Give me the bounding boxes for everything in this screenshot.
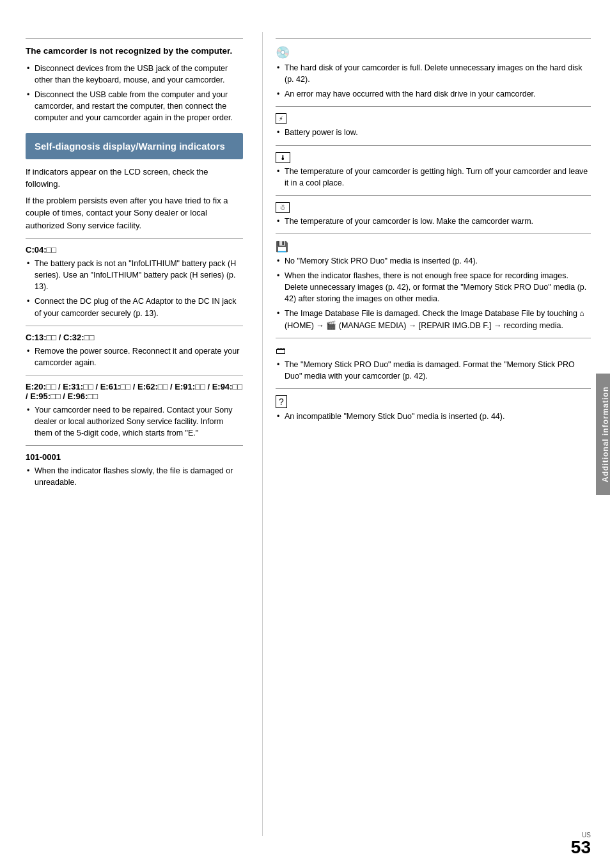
- self-diagnosis-title: Self-diagnosis display/Warning indicator…: [35, 139, 234, 153]
- bullet-ms-3: The Image Database File is damaged. Chec…: [276, 308, 591, 331]
- bullet-c04-2: Connect the DC plug of the AC Adaptor to…: [26, 296, 243, 319]
- divider-c13: [26, 375, 243, 375]
- bullet-harddisk-2: An error may have occurred with the hard…: [276, 88, 591, 100]
- camcorder-bullets: Disconnect devices from the USB jack of …: [26, 63, 243, 124]
- bullet-disconnect-usb: Disconnect the USB cable from the comput…: [26, 89, 243, 123]
- section-temp-low: ☃ The temperature of your camcorder is l…: [276, 202, 591, 227]
- section-temp-high: 🌡 The temperature of your camcorder is g…: [276, 152, 591, 189]
- battery-bullets: Battery power is low.: [276, 127, 591, 138]
- bullet-c04-1: The battery pack is not an "InfoLITHIUM"…: [26, 258, 243, 292]
- harddisk-bullets: The hard disk of your camcorder is full.…: [276, 62, 591, 100]
- section-harddisk: 💿 The hard disk of your camcorder is ful…: [276, 45, 591, 100]
- side-tab-additional-info: Additional information: [596, 374, 610, 495]
- bullet-temp-low-1: The temperature of your camcorder is low…: [276, 216, 591, 227]
- section-memory-stick-damaged: 🗃 The "Memory Stick PRO Duo" media is da…: [276, 345, 591, 382]
- e-codes-bullets: Your camcorder need to be repaired. Cont…: [26, 404, 243, 439]
- 101-bullets: When the indicator flashes slowly, the f…: [26, 465, 243, 488]
- section-e-codes: E:20:□□ / E:31:□□ / E:61:□□ / E:62:□□ / …: [26, 382, 243, 439]
- c04-bullets: The battery pack is not an "InfoLITHIUM"…: [26, 258, 243, 319]
- intro-line2: If the problem persists even after you h…: [26, 194, 243, 232]
- bullet-ms-2: When the indicator flashes, there is not…: [276, 270, 591, 304]
- divider-after-intro: [26, 238, 243, 239]
- divider-memory-damaged: [276, 388, 591, 389]
- hard-disk-icon: 💿: [276, 45, 591, 59]
- top-divider-right: [276, 38, 591, 39]
- divider-temp-low: [276, 233, 591, 234]
- bullet-disconnect-devices: Disconnect devices from the USB jack of …: [26, 63, 243, 86]
- section-camcorder-not-recognized: The camcorder is not recognized by the c…: [26, 45, 243, 124]
- section-title-camcorder: The camcorder is not recognized by the c…: [26, 45, 243, 58]
- indicator-c04: C:04:□□: [26, 245, 243, 255]
- indicator-e-codes: E:20:□□ / E:31:□□ / E:61:□□ / E:62:□□ / …: [26, 382, 243, 401]
- bullet-temp-high-1: The temperature of your camcorder is get…: [276, 166, 591, 189]
- section-c13-c32: C:13:□□ / C:32:□□ Remove the power sourc…: [26, 333, 243, 368]
- temp-low-bullets: The temperature of your camcorder is low…: [276, 216, 591, 227]
- incompatible-icon: ?: [276, 395, 287, 408]
- divider-c04: [26, 326, 243, 326]
- section-incompatible: ? An incompatible "Memory Stick Duo" med…: [276, 395, 591, 422]
- left-column: The camcorder is not recognized by the c…: [26, 32, 262, 836]
- top-divider-left: [26, 38, 243, 39]
- bullet-e-codes-1: Your camcorder need to be repaired. Cont…: [26, 404, 243, 439]
- section-battery: ⚡ Battery power is low.: [276, 113, 591, 138]
- divider-memory-stick: [276, 338, 591, 338]
- intro-line1: If indicators appear on the LCD screen, …: [26, 166, 243, 191]
- divider-harddisk: [276, 106, 591, 107]
- page-number-area: US 53: [571, 832, 591, 856]
- battery-low-icon: ⚡: [276, 113, 286, 124]
- indicator-101: 101-0001: [26, 452, 243, 462]
- section-101: 101-0001 When the indicator flashes slow…: [26, 452, 243, 488]
- memory-stick-icon: 💾: [276, 241, 288, 253]
- bullet-ms-1: No "Memory Stick PRO Duo" media is inser…: [276, 255, 591, 267]
- section-memory-stick: 💾 No "Memory Stick PRO Duo" media is ins…: [276, 241, 591, 331]
- memory-stick-damaged-icon: 🗃: [276, 345, 286, 356]
- section-c04: C:04:□□ The battery pack is not an "Info…: [26, 245, 243, 319]
- self-diagnosis-box: Self-diagnosis display/Warning indicator…: [26, 133, 243, 159]
- memory-stick-damaged-bullets: The "Memory Stick PRO Duo" media is dama…: [276, 359, 591, 382]
- bullet-incompatible-1: An incompatible "Memory Stick Duo" media…: [276, 411, 591, 422]
- divider-temp-high: [276, 195, 591, 196]
- temp-low-icon: ☃: [276, 202, 290, 213]
- divider-battery: [276, 145, 591, 146]
- bullet-101-1: When the indicator flashes slowly, the f…: [26, 465, 243, 488]
- bullet-c13-1: Remove the power source. Reconnect it an…: [26, 345, 243, 368]
- page-number: 53: [571, 839, 591, 856]
- incompatible-bullets: An incompatible "Memory Stick Duo" media…: [276, 411, 591, 422]
- temp-high-icon: 🌡: [276, 152, 290, 163]
- divider-e-codes: [26, 445, 243, 446]
- memory-stick-bullets: No "Memory Stick PRO Duo" media is inser…: [276, 255, 591, 331]
- bullet-ms-damaged-1: The "Memory Stick PRO Duo" media is dama…: [276, 359, 591, 382]
- bullet-harddisk-1: The hard disk of your camcorder is full.…: [276, 62, 591, 85]
- right-column: 💿 The hard disk of your camcorder is ful…: [262, 32, 591, 836]
- temp-high-bullets: The temperature of your camcorder is get…: [276, 166, 591, 189]
- indicator-c13-c32: C:13:□□ / C:32:□□: [26, 333, 243, 342]
- bullet-battery-1: Battery power is low.: [276, 127, 591, 138]
- c13-bullets: Remove the power source. Reconnect it an…: [26, 345, 243, 368]
